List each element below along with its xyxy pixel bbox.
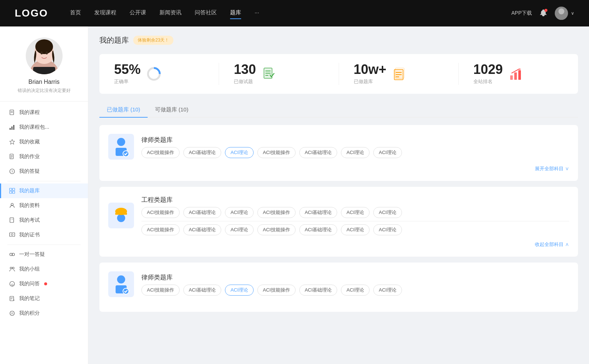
- edit-icon: [9, 153, 15, 160]
- sidebar-item-my-data[interactable]: 我的资料: [0, 198, 88, 213]
- sidebar-item-label: 我的积分: [19, 310, 40, 317]
- tags-divider: [141, 221, 569, 221]
- stat-done-label: 已做试题: [234, 78, 256, 85]
- tab-done-banks[interactable]: 已做题库 (10): [99, 103, 148, 118]
- navbar-right: APP下载 ∨: [511, 7, 574, 20]
- qbank-title-1: 律师类题库: [141, 136, 402, 144]
- profile-name: Brian Harris: [28, 79, 59, 85]
- svg-rect-26: [13, 191, 15, 193]
- tag-item[interactable]: ACI基础理论: [299, 147, 338, 158]
- svg-point-1: [558, 8, 564, 14]
- tag-item[interactable]: ACI技能操作: [257, 224, 296, 235]
- svg-rect-67: [119, 209, 124, 211]
- sidebar-item-my-course[interactable]: 我的课程: [0, 105, 88, 120]
- svg-point-35: [10, 267, 12, 269]
- stat-banks-label: 已做题库: [354, 78, 387, 85]
- svg-rect-31: [10, 233, 15, 236]
- svg-marker-16: [10, 139, 15, 144]
- svg-point-32: [11, 234, 13, 236]
- sidebar-item-my-qa[interactable]: Q 我的问答: [0, 276, 88, 291]
- file-icon: [9, 109, 15, 116]
- nav-news[interactable]: 新闻资讯: [159, 9, 181, 18]
- chat-icon: [9, 251, 15, 258]
- nav-qa[interactable]: 问答社区: [195, 9, 217, 18]
- tag-item[interactable]: ACI理论: [341, 147, 370, 158]
- tag-item[interactable]: ACI技能操作: [257, 285, 296, 296]
- sidebar-item-notes[interactable]: 我的笔记: [0, 291, 88, 306]
- tag-item[interactable]: ACI技能操作: [257, 147, 296, 158]
- chevron-down-icon: ∨: [571, 11, 574, 16]
- tag-item[interactable]: ACI基础理论: [183, 207, 222, 218]
- tag-item[interactable]: ACI理论: [341, 224, 370, 235]
- sidebar-item-my-answers[interactable]: ? 我的答疑: [0, 164, 88, 179]
- sidebar-item-favorites[interactable]: 我的收藏: [0, 135, 88, 149]
- qbank-tags-2-row1: ACI技能操作 ACI基础理论 ACI理论 ACI技能操作 ACI基础理论 AC…: [141, 207, 569, 218]
- nav-questionbank[interactable]: 题库: [230, 9, 241, 18]
- tag-item[interactable]: ACI技能操作: [141, 147, 180, 158]
- ranking-chart-icon: [509, 67, 523, 81]
- tag-item[interactable]: ACI理论: [341, 207, 370, 218]
- sidebar-item-points[interactable]: 我的积分: [0, 306, 88, 321]
- expand-link-1[interactable]: 展开全部科目 ∨: [108, 165, 569, 172]
- app-download-link[interactable]: APP下载: [511, 10, 532, 17]
- notification-bell[interactable]: [539, 9, 547, 18]
- tag-item[interactable]: ACI基础理论: [183, 224, 222, 235]
- svg-text:Q: Q: [11, 283, 13, 286]
- tag-item[interactable]: ACI技能操作: [257, 207, 296, 218]
- nav-opencourse[interactable]: 公开课: [130, 9, 146, 18]
- qbank-title-2: 工程类题库: [141, 196, 569, 204]
- tag-item[interactable]: ACI技能操作: [141, 285, 180, 296]
- svg-point-36: [13, 267, 14, 269]
- tag-item[interactable]: ACI技能操作: [141, 224, 180, 235]
- person-icon: [9, 202, 15, 209]
- sidebar-item-certificate[interactable]: 我的证书: [0, 228, 88, 242]
- svg-point-6: [35, 39, 53, 54]
- sidebar-item-questionbank[interactable]: 我的题库: [0, 183, 88, 198]
- tag-item[interactable]: ACI理论: [373, 207, 402, 218]
- qbank-avatar-engineer: [108, 203, 134, 228]
- tag-item[interactable]: ACI理论: [373, 147, 402, 158]
- star-icon: [9, 139, 15, 145]
- sidebar-item-homework[interactable]: 我的作业: [0, 149, 88, 164]
- tag-item[interactable]: ACI基础理论: [299, 207, 338, 218]
- sidebar-item-course-package[interactable]: 我的课程包...: [0, 120, 88, 135]
- stat-done-banks: 10w+ 已做题库: [339, 63, 459, 85]
- stat-ranking-number: 1029: [473, 63, 503, 76]
- tag-item-active[interactable]: ACI理论: [225, 147, 254, 158]
- tag-item[interactable]: ACI基础理论: [299, 224, 338, 235]
- tag-item[interactable]: ACI理论: [225, 224, 254, 235]
- sidebar-item-label: 我的作业: [19, 153, 40, 160]
- qbank-header-3: 律师类题库 ACI技能操作 ACI基础理论 ACI理论 ACI技能操作 ACI基…: [108, 271, 569, 297]
- qbank-tags-2-row2: ACI技能操作 ACI基础理论 ACI理论 ACI技能操作 ACI基础理论 AC…: [141, 224, 569, 235]
- tag-item[interactable]: ACI基础理论: [183, 285, 222, 296]
- sidebar-item-exam[interactable]: 我的考试: [0, 213, 88, 228]
- tag-item-active[interactable]: ACI理论: [225, 285, 254, 296]
- user-avatar-area[interactable]: ∨: [555, 7, 574, 20]
- tag-item[interactable]: ACI基础理论: [299, 285, 338, 296]
- qbank-section-engineer: 工程类题库 ACI技能操作 ACI基础理论 ACI理论 ACI技能操作 ACI基…: [99, 187, 578, 257]
- sidebar-item-my-group[interactable]: 我的小组: [0, 262, 88, 276]
- score-icon: [9, 310, 15, 317]
- tag-item[interactable]: ACI基础理论: [183, 147, 222, 158]
- tag-item[interactable]: ACI理论: [225, 207, 254, 218]
- stat-done-questions: 130 已做试题: [219, 63, 339, 85]
- nav-home[interactable]: 首页: [70, 9, 81, 18]
- tag-item[interactable]: ACI理论: [373, 285, 402, 296]
- tag-item[interactable]: ACI理论: [373, 224, 402, 235]
- sidebar-item-label: 一对一答疑: [19, 251, 45, 258]
- grid-icon: [9, 188, 15, 194]
- page-wrapper: Brian Harris 错误的决定比没有决定要好 我的课程 我的课程包... …: [0, 26, 589, 364]
- nav-discover[interactable]: 发现课程: [94, 9, 116, 18]
- tag-item[interactable]: ACI理论: [341, 285, 370, 296]
- nav-more[interactable]: ···: [254, 9, 259, 18]
- collapse-link-2[interactable]: 收起全部科目 ∧: [108, 241, 569, 248]
- tab-available-banks[interactable]: 可做题库 (10): [148, 103, 196, 118]
- sidebar-item-label: 我的课程: [19, 109, 40, 116]
- svg-rect-57: [510, 75, 513, 80]
- sidebar-item-one-on-one[interactable]: 一对一答疑: [0, 247, 88, 262]
- tag-item[interactable]: ACI技能操作: [141, 207, 180, 218]
- group-icon: [9, 266, 15, 272]
- svg-rect-9: [33, 67, 55, 74]
- done-questions-icon: [262, 67, 276, 81]
- stat-accuracy: 55% 正确率: [99, 63, 219, 85]
